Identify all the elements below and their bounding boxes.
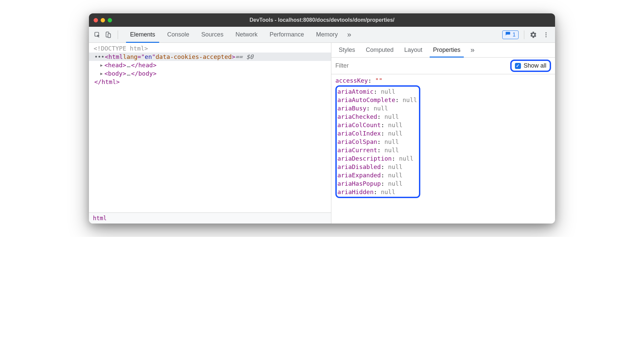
subtab-layout[interactable]: Layout [399, 43, 428, 57]
svg-point-3 [545, 32, 546, 33]
dom-doctype[interactable]: <!DOCTYPE html> [89, 44, 331, 53]
main-toolbar: Elements Console Sources Network Perform… [89, 27, 555, 43]
property-row[interactable]: ariaDisabled: null [337, 163, 417, 171]
subtab-styles[interactable]: Styles [333, 43, 360, 57]
show-all-toggle[interactable]: ✓ Show all [510, 60, 551, 72]
separator [524, 30, 524, 39]
dom-node-html[interactable]: ••• <html lang =" en " data-cookies-acce… [89, 53, 331, 61]
dom-node-body[interactable]: ▶ <body> … </body> [89, 69, 331, 78]
tab-performance[interactable]: Performance [263, 27, 310, 42]
issues-icon [505, 31, 511, 38]
property-row[interactable]: accessKey: "" [335, 76, 551, 85]
tab-sources[interactable]: Sources [195, 27, 229, 42]
subtab-properties[interactable]: Properties [428, 43, 466, 57]
minimize-window-button[interactable] [101, 18, 105, 22]
panes: <!DOCTYPE html> ••• <html lang =" en " d… [89, 43, 555, 224]
separator [118, 30, 118, 39]
property-row[interactable]: ariaHasPopup: null [337, 179, 417, 188]
svg-rect-2 [108, 33, 111, 37]
settings-icon[interactable] [530, 31, 537, 38]
show-all-label: Show all [524, 62, 546, 69]
more-tabs-button[interactable]: » [344, 27, 354, 42]
highlighted-properties: ariaAtomic: nullariaAutoComplete: nullar… [335, 85, 420, 198]
devtools-window: DevTools - localhost:8080/docs/devtools/… [89, 13, 555, 224]
property-row[interactable]: ariaExpanded: null [337, 171, 417, 179]
window-title: DevTools - localhost:8080/docs/devtools/… [89, 17, 555, 23]
kebab-menu-icon[interactable] [542, 31, 550, 38]
svg-point-5 [545, 36, 546, 37]
more-subtabs-button[interactable]: » [467, 46, 478, 55]
issues-badge[interactable]: 1 [502, 30, 519, 39]
sidebar-pane: Styles Computed Layout Properties » ✓ Sh… [331, 43, 555, 224]
property-row[interactable]: ariaHidden: null [337, 188, 417, 196]
property-row[interactable]: ariaBusy: null [337, 104, 417, 112]
property-row[interactable]: ariaColIndex: null [337, 129, 417, 138]
issues-count: 1 [513, 32, 516, 38]
property-row[interactable]: ariaChecked: null [337, 112, 417, 121]
dom-tree[interactable]: <!DOCTYPE html> ••• <html lang =" en " d… [89, 43, 331, 212]
dom-tree-pane: <!DOCTYPE html> ••• <html lang =" en " d… [89, 43, 331, 224]
property-row[interactable]: ariaCurrent: null [337, 146, 417, 154]
property-row[interactable]: ariaColSpan: null [337, 138, 417, 146]
tab-network[interactable]: Network [229, 27, 263, 42]
zoom-window-button[interactable] [108, 18, 112, 22]
property-row[interactable]: ariaColCount: null [337, 121, 417, 129]
property-row[interactable]: ariaDescription: null [337, 154, 417, 163]
expand-triangle-icon[interactable]: ▶ [100, 71, 103, 76]
device-toggle-icon[interactable] [104, 31, 112, 38]
subtab-computed[interactable]: Computed [360, 43, 399, 57]
sidebar-tabs: Styles Computed Layout Properties » [331, 43, 555, 58]
checkbox-checked-icon[interactable]: ✓ [515, 63, 521, 69]
filter-input[interactable] [335, 62, 506, 69]
tab-elements[interactable]: Elements [124, 27, 161, 42]
titlebar: DevTools - localhost:8080/docs/devtools/… [89, 13, 555, 27]
svg-point-4 [545, 34, 546, 35]
tab-memory[interactable]: Memory [310, 27, 344, 42]
expand-triangle-icon[interactable]: ▶ [100, 63, 103, 68]
property-row[interactable]: ariaAutoComplete: null [337, 96, 417, 104]
property-row[interactable]: ariaAtomic: null [337, 87, 417, 96]
main-tabs: Elements Console Sources Network Perform… [124, 27, 502, 42]
ellipsis-icon: ••• [94, 53, 104, 60]
inspect-element-icon[interactable] [94, 31, 101, 38]
dom-close-html[interactable]: </html> [89, 78, 331, 86]
filter-row: ✓ Show all [331, 58, 555, 74]
close-window-button[interactable] [94, 18, 98, 22]
properties-list[interactable]: accessKey: "" ariaAtomic: nullariaAutoCo… [331, 74, 555, 224]
breadcrumb[interactable]: html [89, 212, 331, 224]
dom-node-head[interactable]: ▶ <head> … </head> [89, 61, 331, 69]
tab-console[interactable]: Console [161, 27, 195, 42]
window-controls [94, 18, 112, 22]
